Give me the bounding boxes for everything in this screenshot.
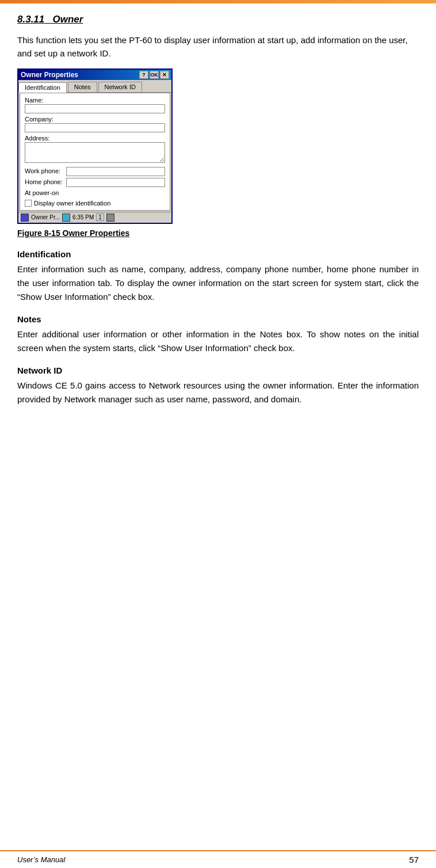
name-label: Name: bbox=[25, 97, 165, 104]
dialog-buttons: ? OK ✕ bbox=[139, 71, 169, 79]
statusbar-icon3 bbox=[106, 214, 114, 222]
address-row: Address: bbox=[25, 135, 165, 165]
identification-body: Enter information such as name, company,… bbox=[17, 262, 419, 304]
display-owner-row: Display owner identification bbox=[25, 200, 165, 207]
company-row: Company: bbox=[25, 116, 165, 132]
figure-caption: Figure 8-15 Owner Properties bbox=[17, 229, 419, 238]
section-title: Owner bbox=[52, 14, 83, 25]
app-icon bbox=[21, 214, 29, 222]
tab-network-id[interactable]: Network ID bbox=[98, 82, 142, 92]
page-footer: User’s Manual 57 bbox=[0, 850, 436, 868]
owner-properties-dialog: Owner Properties ? OK ✕ Identification N… bbox=[17, 68, 173, 224]
dialog-title: Owner Properties bbox=[21, 71, 78, 79]
statusbar-num: 1 bbox=[96, 214, 104, 221]
name-row: Name: bbox=[25, 97, 165, 113]
footer-left: User’s Manual bbox=[17, 855, 65, 864]
page-number: 57 bbox=[409, 855, 419, 865]
at-power-on-label: At power-on bbox=[25, 189, 165, 196]
company-input[interactable] bbox=[25, 123, 165, 132]
home-phone-label: Home phone: bbox=[25, 178, 65, 185]
dialog-titlebar: Owner Properties ? OK ✕ bbox=[18, 70, 171, 80]
intro-paragraph: This function lets you set the PT-60 to … bbox=[17, 33, 419, 60]
dialog-body: Name: Company: Address: Work phone: Home… bbox=[20, 93, 170, 211]
display-owner-label: Display owner identification bbox=[34, 200, 110, 207]
dialog-statusbar: Owner Pr... 6:35 PM 1 bbox=[18, 212, 171, 223]
statusbar-icon2 bbox=[62, 214, 70, 222]
close-button[interactable]: ✕ bbox=[160, 71, 169, 79]
statusbar-time: 6:35 PM bbox=[72, 214, 94, 220]
statusbar-app: Owner Pr... bbox=[31, 214, 60, 220]
home-phone-row: Home phone: bbox=[25, 178, 165, 187]
notes-body: Enter additional user information or oth… bbox=[17, 328, 419, 355]
network-id-body: Windows CE 5.0 gains access to Network r… bbox=[17, 379, 419, 406]
dialog-tabs: Identification Notes Network ID bbox=[18, 80, 171, 93]
work-phone-row: Work phone: bbox=[25, 167, 165, 176]
identification-heading: Identification bbox=[17, 249, 419, 259]
home-phone-input[interactable] bbox=[66, 178, 165, 187]
section-number: 8.3.11 bbox=[17, 14, 44, 25]
display-owner-checkbox[interactable] bbox=[25, 200, 32, 207]
section-heading: 8.3.11 Owner bbox=[17, 14, 419, 25]
work-phone-input[interactable] bbox=[66, 167, 165, 176]
address-label: Address: bbox=[25, 135, 165, 142]
company-label: Company: bbox=[25, 116, 165, 123]
notes-heading: Notes bbox=[17, 314, 419, 324]
ok-button[interactable]: OK bbox=[150, 71, 159, 79]
tab-notes[interactable]: Notes bbox=[68, 82, 97, 92]
main-content: 8.3.11 Owner This function lets you set … bbox=[0, 3, 436, 447]
address-input[interactable] bbox=[25, 142, 165, 163]
tab-identification[interactable]: Identification bbox=[18, 82, 67, 93]
name-input[interactable] bbox=[25, 104, 165, 113]
network-id-heading: Network ID bbox=[17, 366, 419, 375]
help-button[interactable]: ? bbox=[139, 71, 148, 79]
work-phone-label: Work phone: bbox=[25, 167, 65, 174]
